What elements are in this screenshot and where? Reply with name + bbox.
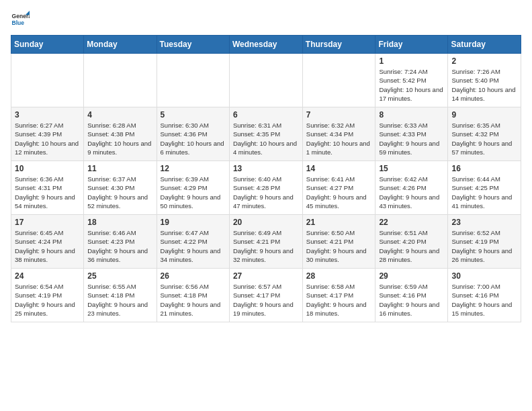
day-info: Sunrise: 6:59 AM Sunset: 4:16 PM Dayligh… bbox=[379, 282, 444, 318]
day-number: 24 bbox=[15, 271, 80, 281]
svg-text:Blue: Blue bbox=[12, 19, 25, 26]
day-info: Sunrise: 6:44 AM Sunset: 4:25 PM Dayligh… bbox=[451, 175, 517, 210]
day-info: Sunrise: 6:51 AM Sunset: 4:20 PM Dayligh… bbox=[379, 228, 444, 264]
logo-icon: General Blue bbox=[11, 11, 30, 30]
day-number: 4 bbox=[87, 110, 152, 120]
day-number: 20 bbox=[233, 218, 299, 227]
day-info: Sunrise: 6:27 AM Sunset: 4:39 PM Dayligh… bbox=[15, 121, 80, 156]
day-number: 13 bbox=[233, 164, 299, 173]
calendar-cell: 28Sunrise: 6:58 AM Sunset: 4:17 PM Dayli… bbox=[302, 269, 375, 322]
day-info: Sunrise: 6:40 AM Sunset: 4:28 PM Dayligh… bbox=[233, 175, 299, 210]
calendar-cell: 2Sunrise: 7:26 AM Sunset: 5:40 PM Daylig… bbox=[448, 54, 521, 107]
day-number: 1 bbox=[379, 56, 444, 66]
day-info: Sunrise: 6:46 AM Sunset: 4:23 PM Dayligh… bbox=[87, 228, 152, 264]
calendar-week-row: 17Sunrise: 6:45 AM Sunset: 4:24 PM Dayli… bbox=[11, 215, 521, 269]
day-info: Sunrise: 7:00 AM Sunset: 4:16 PM Dayligh… bbox=[451, 282, 517, 318]
weekday-header: Wednesday bbox=[229, 36, 302, 54]
calendar-cell: 30Sunrise: 7:00 AM Sunset: 4:16 PM Dayli… bbox=[448, 269, 521, 322]
day-info: Sunrise: 6:33 AM Sunset: 4:33 PM Dayligh… bbox=[379, 121, 444, 156]
calendar-header-row: SundayMondayTuesdayWednesdayThursdayFrid… bbox=[11, 36, 521, 54]
calendar-cell: 25Sunrise: 6:55 AM Sunset: 4:18 PM Dayli… bbox=[84, 269, 157, 322]
day-number: 15 bbox=[379, 164, 444, 173]
day-number: 27 bbox=[233, 271, 299, 281]
calendar-cell: 27Sunrise: 6:57 AM Sunset: 4:17 PM Dayli… bbox=[229, 269, 302, 322]
calendar-week-row: 3Sunrise: 6:27 AM Sunset: 4:39 PM Daylig… bbox=[11, 107, 521, 161]
calendar-cell: 8Sunrise: 6:33 AM Sunset: 4:33 PM Daylig… bbox=[375, 107, 448, 161]
day-number: 29 bbox=[379, 271, 444, 281]
calendar-cell: 10Sunrise: 6:36 AM Sunset: 4:31 PM Dayli… bbox=[11, 161, 84, 215]
day-info: Sunrise: 6:52 AM Sunset: 4:19 PM Dayligh… bbox=[451, 228, 517, 264]
day-number: 18 bbox=[87, 218, 152, 227]
day-info: Sunrise: 6:45 AM Sunset: 4:24 PM Dayligh… bbox=[15, 228, 80, 264]
day-info: Sunrise: 6:57 AM Sunset: 4:17 PM Dayligh… bbox=[233, 282, 299, 318]
day-info: Sunrise: 6:41 AM Sunset: 4:27 PM Dayligh… bbox=[306, 175, 372, 210]
day-info: Sunrise: 7:24 AM Sunset: 5:42 PM Dayligh… bbox=[379, 67, 444, 103]
day-number: 28 bbox=[306, 271, 372, 281]
calendar-cell bbox=[229, 54, 302, 107]
weekday-header: Tuesday bbox=[157, 36, 229, 54]
day-info: Sunrise: 6:31 AM Sunset: 4:35 PM Dayligh… bbox=[233, 121, 299, 156]
calendar-cell: 16Sunrise: 6:44 AM Sunset: 4:25 PM Dayli… bbox=[448, 161, 521, 215]
day-number: 22 bbox=[379, 218, 444, 227]
day-info: Sunrise: 6:55 AM Sunset: 4:18 PM Dayligh… bbox=[87, 282, 152, 318]
calendar-cell bbox=[11, 54, 84, 107]
day-number: 9 bbox=[451, 110, 517, 120]
day-number: 8 bbox=[379, 110, 444, 120]
calendar-cell bbox=[302, 54, 375, 107]
day-info: Sunrise: 6:47 AM Sunset: 4:22 PM Dayligh… bbox=[161, 228, 226, 264]
day-info: Sunrise: 6:49 AM Sunset: 4:21 PM Dayligh… bbox=[233, 228, 299, 264]
day-number: 23 bbox=[451, 218, 517, 227]
day-number: 3 bbox=[15, 110, 80, 120]
day-number: 30 bbox=[451, 271, 517, 281]
weekday-header: Monday bbox=[84, 36, 157, 54]
header: General Blue bbox=[11, 11, 521, 30]
calendar-cell: 6Sunrise: 6:31 AM Sunset: 4:35 PM Daylig… bbox=[229, 107, 302, 161]
calendar-cell: 22Sunrise: 6:51 AM Sunset: 4:20 PM Dayli… bbox=[375, 215, 448, 269]
day-info: Sunrise: 6:58 AM Sunset: 4:17 PM Dayligh… bbox=[306, 282, 372, 318]
weekday-header: Saturday bbox=[448, 36, 521, 54]
day-number: 5 bbox=[161, 110, 226, 120]
day-number: 11 bbox=[87, 164, 152, 173]
day-info: Sunrise: 6:30 AM Sunset: 4:36 PM Dayligh… bbox=[161, 121, 226, 156]
day-info: Sunrise: 6:32 AM Sunset: 4:34 PM Dayligh… bbox=[306, 121, 372, 156]
logo: General Blue bbox=[11, 11, 30, 30]
day-number: 17 bbox=[15, 218, 80, 227]
day-number: 16 bbox=[451, 164, 517, 173]
day-number: 19 bbox=[161, 218, 226, 227]
day-number: 6 bbox=[233, 110, 299, 120]
calendar-week-row: 1Sunrise: 7:24 AM Sunset: 5:42 PM Daylig… bbox=[11, 54, 521, 107]
calendar-week-row: 24Sunrise: 6:54 AM Sunset: 4:19 PM Dayli… bbox=[11, 269, 521, 322]
weekday-header: Thursday bbox=[302, 36, 375, 54]
day-number: 7 bbox=[306, 110, 372, 120]
weekday-header: Sunday bbox=[11, 36, 84, 54]
calendar-cell: 20Sunrise: 6:49 AM Sunset: 4:21 PM Dayli… bbox=[229, 215, 302, 269]
day-number: 2 bbox=[451, 56, 517, 66]
calendar-cell: 24Sunrise: 6:54 AM Sunset: 4:19 PM Dayli… bbox=[11, 269, 84, 322]
calendar-cell bbox=[84, 54, 157, 107]
calendar-cell: 1Sunrise: 7:24 AM Sunset: 5:42 PM Daylig… bbox=[375, 54, 448, 107]
calendar-cell: 15Sunrise: 6:42 AM Sunset: 4:26 PM Dayli… bbox=[375, 161, 448, 215]
day-number: 12 bbox=[161, 164, 226, 173]
day-info: Sunrise: 6:36 AM Sunset: 4:31 PM Dayligh… bbox=[15, 175, 80, 210]
day-info: Sunrise: 6:42 AM Sunset: 4:26 PM Dayligh… bbox=[379, 175, 444, 210]
calendar-week-row: 10Sunrise: 6:36 AM Sunset: 4:31 PM Dayli… bbox=[11, 161, 521, 215]
calendar-cell: 7Sunrise: 6:32 AM Sunset: 4:34 PM Daylig… bbox=[302, 107, 375, 161]
calendar-cell: 9Sunrise: 6:35 AM Sunset: 4:32 PM Daylig… bbox=[448, 107, 521, 161]
calendar-cell: 13Sunrise: 6:40 AM Sunset: 4:28 PM Dayli… bbox=[229, 161, 302, 215]
day-number: 26 bbox=[161, 271, 226, 281]
calendar-cell bbox=[157, 54, 229, 107]
calendar-cell: 5Sunrise: 6:30 AM Sunset: 4:36 PM Daylig… bbox=[157, 107, 229, 161]
day-info: Sunrise: 7:26 AM Sunset: 5:40 PM Dayligh… bbox=[451, 67, 517, 103]
day-info: Sunrise: 6:28 AM Sunset: 4:38 PM Dayligh… bbox=[87, 121, 152, 156]
day-number: 25 bbox=[87, 271, 152, 281]
calendar-cell: 17Sunrise: 6:45 AM Sunset: 4:24 PM Dayli… bbox=[11, 215, 84, 269]
calendar-cell: 4Sunrise: 6:28 AM Sunset: 4:38 PM Daylig… bbox=[84, 107, 157, 161]
day-number: 14 bbox=[306, 164, 372, 173]
calendar-cell: 23Sunrise: 6:52 AM Sunset: 4:19 PM Dayli… bbox=[448, 215, 521, 269]
weekday-header: Friday bbox=[375, 36, 448, 54]
calendar-cell: 26Sunrise: 6:56 AM Sunset: 4:18 PM Dayli… bbox=[157, 269, 229, 322]
day-number: 10 bbox=[15, 164, 80, 173]
calendar: SundayMondayTuesdayWednesdayThursdayFrid… bbox=[11, 35, 521, 322]
calendar-cell: 19Sunrise: 6:47 AM Sunset: 4:22 PM Dayli… bbox=[157, 215, 229, 269]
calendar-cell: 14Sunrise: 6:41 AM Sunset: 4:27 PM Dayli… bbox=[302, 161, 375, 215]
